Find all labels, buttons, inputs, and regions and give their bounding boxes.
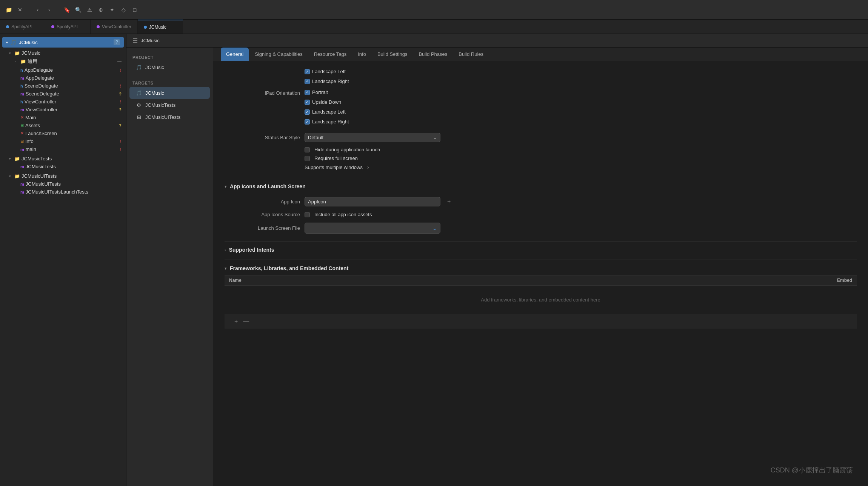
bookmark-icon[interactable]: 🔖 [63, 6, 71, 14]
app-icon-input[interactable]: AppIcon [305, 197, 440, 206]
sidebar-label: Info [25, 138, 34, 144]
launch-screen-dropdown[interactable]: ⌄ [305, 223, 440, 234]
sidebar-item-main[interactable]: ✕ Main [2, 114, 125, 122]
ipad-orientation-label: iPad Orientation [225, 89, 300, 96]
add-framework-button[interactable]: + [232, 317, 240, 326]
sidebar-item-appdelegate-h[interactable]: h AppDelegate ! [2, 66, 125, 74]
sidebar-label: JCMusicUITests [22, 173, 57, 179]
sidebar-item-viewcontroller-h[interactable]: h ViewController ! [2, 98, 125, 106]
chevron-icon: ▾ [9, 157, 13, 161]
breakpoint-icon[interactable]: ◇ [119, 6, 128, 14]
landscape-left-top: ✓ Landscape Left [305, 69, 349, 74]
tab-build-phases[interactable]: Build Phases [413, 48, 452, 61]
frameworks-section-header: ▾ Frameworks, Libraries, and Embedded Co… [225, 260, 857, 275]
sidebar-item-viewcontroller-m[interactable]: m ViewController ? [2, 106, 125, 114]
upsidedown-ipad-checkbox[interactable]: ✓ [305, 100, 310, 105]
landscape-right-top-checkbox[interactable]: ✓ [305, 79, 310, 84]
landscape-right-ipad-checkbox[interactable]: ✓ [305, 119, 310, 125]
close-icon[interactable]: ✕ [16, 6, 24, 14]
sidebar-item-jcmusic[interactable]: ▾ 📁 JCMusic [2, 49, 125, 57]
landscape-left-top-checkbox[interactable]: ✓ [305, 69, 310, 74]
app-icon-add-button[interactable]: + [445, 198, 453, 206]
portrait-ipad-label: Portrait [312, 89, 328, 95]
sidebar-label: SceneDelegate [25, 83, 58, 89]
section-chevron-intents-icon[interactable]: › [225, 248, 226, 252]
frameworks-bottom-toolbar: + — [225, 314, 857, 329]
folder-icon[interactable]: 📁 [5, 6, 13, 14]
run-destination-icon[interactable]: □ [131, 6, 139, 14]
project-icon: 🎵 [135, 64, 142, 71]
target-item-jcmusic[interactable]: 🎵 JCMusic [129, 87, 210, 99]
tab-spotifyapi-m[interactable]: SpotifyAPI [45, 20, 91, 34]
plist-icon: ⊟ [20, 139, 24, 144]
tab-general[interactable]: General [221, 48, 249, 61]
tab-label: SpotifyAPI [57, 24, 78, 29]
hide-launch-row: Hide during application launch [305, 147, 857, 152]
requires-fullscreen-checkbox[interactable] [305, 156, 310, 161]
sidebar-item-info[interactable]: ⊟ Info ! [2, 137, 125, 145]
sidebar-item-jcmusicuilaunchtests-m[interactable]: m JCMusicUITestsLaunchTests [2, 188, 125, 196]
sidebar-item-assets[interactable]: ⊞ Assets ? [2, 122, 125, 129]
vcs-icon[interactable]: ✦ [108, 6, 116, 14]
chevron-icon: ▾ [9, 174, 13, 178]
name-column-header: Name [229, 278, 807, 283]
content-header: ☰ JCMusic [126, 34, 868, 48]
back-icon[interactable]: ‹ [34, 6, 42, 14]
landscape-left-ipad-checkbox[interactable]: ✓ [305, 109, 310, 115]
content-body: PROJECT 🎵 JCMusic TARGETS 🎵 JCMusic ⚙ JC… [126, 48, 868, 486]
tab-resource-tags[interactable]: Resource Tags [309, 48, 352, 61]
target-item-label: JCMusicUITests [145, 114, 180, 120]
badge: ? [119, 123, 122, 128]
m-file-icon: m [20, 165, 24, 169]
landscape-right-ipad: ✓ Landscape Right [305, 119, 349, 125]
sidebar-item-main-m[interactable]: m main ! [2, 145, 125, 153]
target-item-jcmusictests[interactable]: ⚙ JCMusicTests [129, 99, 210, 111]
tab-spotifyapi-h[interactable]: SpotifyAPI [0, 20, 45, 34]
tab-info[interactable]: Info [352, 48, 371, 61]
sidebar-item-jcmusictests-group[interactable]: ▾ 📁 JCMusicTests [2, 155, 125, 163]
portrait-ipad-checkbox[interactable]: ✓ [305, 90, 310, 95]
panel-toggle-icon[interactable]: ☰ [132, 37, 138, 44]
sidebar-item-tongyong[interactable]: › 📁 通用 — [2, 57, 125, 66]
sidebar-item-scenedelegate-m[interactable]: m SceneDelegate ? [2, 90, 125, 98]
sidebar-item-scenedelegate-h[interactable]: h SceneDelegate ! [2, 82, 125, 90]
sidebar-item-jcmusictests-m[interactable]: m JCMusicTests [2, 163, 125, 171]
badge: ! [120, 139, 122, 144]
uitests-icon: ⊞ [135, 114, 142, 120]
diff-icon[interactable]: ⊕ [97, 6, 105, 14]
app-icons-source-row: App Icons Source Include all app icon as… [225, 212, 857, 217]
hide-launch-checkbox[interactable] [305, 147, 310, 152]
forward-icon[interactable]: › [45, 6, 53, 14]
project-panel: PROJECT 🎵 JCMusic TARGETS 🎵 JCMusic ⚙ JC… [126, 48, 213, 486]
toolbar: 📁 ✕ ‹ › 🔖 🔍 ⚠ ⊕ ✦ ◇ □ [0, 0, 868, 20]
section-chevron-icon[interactable]: ▾ [225, 184, 227, 189]
tab-signing[interactable]: Signing & Capabilities [249, 48, 308, 61]
tab-dot-m [51, 25, 54, 28]
xib-icon: ✕ [20, 131, 24, 136]
sidebar-root-header[interactable]: ▾ 🎵 JCMusic ? [2, 37, 124, 48]
sidebar-item-launchscreen[interactable]: ✕ LaunchScreen [2, 129, 125, 137]
tab-dot-target [144, 26, 147, 29]
target-item-label: JCMusicTests [145, 102, 175, 108]
sidebar-label: AppDelegate [26, 75, 54, 81]
sidebar-root-text: JCMusic [19, 40, 38, 45]
tab-jcmusic[interactable]: JCMusic [138, 20, 183, 34]
remove-framework-button[interactable]: — [243, 318, 249, 325]
sidebar-item-jcmusicuitests-group[interactable]: ▾ 📁 JCMusicUITests [2, 172, 125, 180]
status-bar-dropdown[interactable]: Default ⌄ [305, 133, 440, 142]
h-file-icon: h [20, 84, 23, 88]
tab-build-rules[interactable]: Build Rules [453, 48, 489, 61]
warning-icon[interactable]: ⚠ [85, 6, 94, 14]
project-item-jcmusic[interactable]: 🎵 JCMusic [129, 61, 210, 73]
section-chevron-frameworks-icon[interactable]: ▾ [225, 266, 227, 271]
tab-viewcontroller[interactable]: ViewController [91, 20, 138, 34]
tab-build-settings[interactable]: Build Settings [372, 48, 413, 61]
sidebar-item-appdelegate-m[interactable]: m AppDelegate [2, 74, 125, 82]
sidebar-item-jcmusicuitests-m[interactable]: m JCMusicUITests [2, 180, 125, 188]
ipad-orientation-section: ✓ Landscape Left ✓ Landscape Right [225, 69, 857, 127]
dropdown-arrow2: ⌄ [432, 225, 437, 232]
target-item-jcmusicuitests[interactable]: ⊞ JCMusicUITests [129, 111, 210, 123]
chevron-icon: › [15, 60, 19, 63]
search-icon[interactable]: 🔍 [74, 6, 82, 14]
app-icons-source-checkbox[interactable] [305, 212, 310, 217]
